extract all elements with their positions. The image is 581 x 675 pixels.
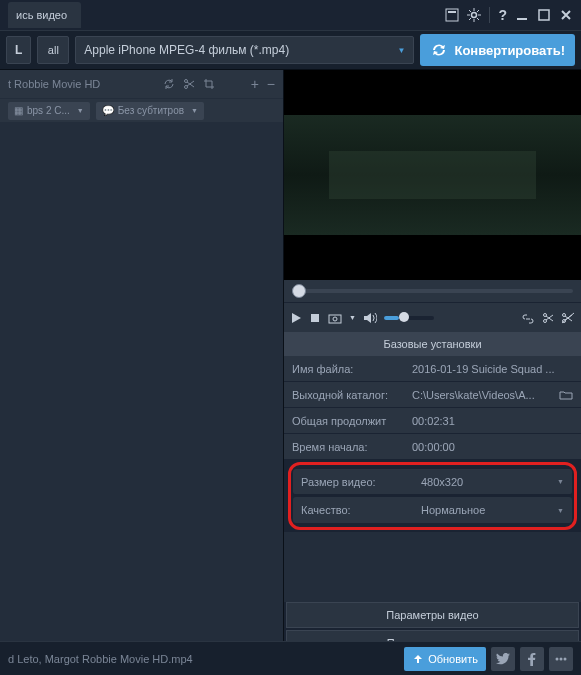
label-output-dir: Выходной каталог: xyxy=(284,389,404,401)
value-start-time[interactable]: 00:00:00 xyxy=(404,441,581,453)
refresh-icon[interactable] xyxy=(163,78,175,90)
svg-rect-7 xyxy=(311,314,319,322)
player-controls: ▼ xyxy=(284,302,581,332)
value-quality[interactable]: Нормальное xyxy=(413,504,572,516)
snapshot-icon[interactable] xyxy=(328,312,342,324)
label-start-time: Время начала: xyxy=(284,441,404,453)
add-icon[interactable]: + xyxy=(251,76,259,92)
value-output-dir[interactable]: C:\Users\kate\Videos\A... xyxy=(404,389,581,401)
svg-rect-4 xyxy=(539,10,549,20)
play-icon[interactable] xyxy=(290,312,302,324)
seek-bar[interactable] xyxy=(284,280,581,302)
maximize-icon[interactable] xyxy=(537,8,551,22)
video-codec-select[interactable]: ▦ bps 2 C... xyxy=(8,102,90,120)
svg-rect-1 xyxy=(448,11,456,13)
collapse-icon[interactable]: − xyxy=(267,76,275,92)
volume-slider[interactable] xyxy=(384,316,434,320)
subtitle-select[interactable]: 💬 Без субтитров xyxy=(96,102,204,120)
toolbar: L all Apple iPhone MPEG-4 фильм (*.mp4) … xyxy=(0,30,581,70)
folder-icon[interactable] xyxy=(559,390,573,400)
preset-all-button[interactable]: all xyxy=(37,36,69,64)
cut-icon[interactable] xyxy=(542,312,554,324)
snapshot-dropdown-icon[interactable]: ▼ xyxy=(349,314,356,321)
status-bar: d Leto, Margot Robbie Movie HD.mp4 Обнов… xyxy=(0,641,581,675)
output-format-select[interactable]: Apple iPhone MPEG-4 фильм (*.mp4) xyxy=(75,36,414,64)
preset-l[interactable]: L xyxy=(6,36,31,64)
no-cut-icon[interactable] xyxy=(561,312,575,324)
video-params-button[interactable]: Параметры видео xyxy=(286,602,579,628)
convert-button[interactable]: Конвертировать! xyxy=(420,34,575,66)
minimize-icon[interactable] xyxy=(515,8,529,22)
svg-point-16 xyxy=(564,657,567,660)
video-preview xyxy=(284,70,581,280)
highlight-annotation: Размер видео:480x320 Качество:Нормальное xyxy=(288,462,577,530)
label-filename: Имя файла: xyxy=(284,363,404,375)
close-icon[interactable] xyxy=(559,8,573,22)
svg-point-15 xyxy=(560,657,563,660)
titlebar: ись видео ? xyxy=(0,0,581,30)
svg-point-2 xyxy=(472,13,477,18)
file-tracks-row: ▦ bps 2 C... 💬 Без субтитров xyxy=(0,98,283,122)
label-duration: Общая продолжит xyxy=(284,415,404,427)
crop-icon[interactable] xyxy=(203,78,215,90)
label-quality: Качество: xyxy=(293,504,413,516)
svg-rect-0 xyxy=(446,9,458,21)
value-video-size[interactable]: 480x320 xyxy=(413,476,572,488)
value-filename[interactable]: 2016-01-19 Suicide Squad ... xyxy=(404,363,581,375)
preview-panel: ▼ Базовые установки Имя файла:2016-01-19… xyxy=(283,70,581,660)
stop-icon[interactable] xyxy=(309,312,321,324)
settings-header: Базовые установки xyxy=(284,332,581,356)
tab-video-capture[interactable]: ись видео xyxy=(8,2,81,28)
help-icon[interactable]: ? xyxy=(498,7,507,23)
svg-point-9 xyxy=(333,317,337,321)
file-name: t Robbie Movie HD xyxy=(8,78,100,90)
more-icon[interactable] xyxy=(549,647,573,671)
seek-thumb[interactable] xyxy=(292,284,306,298)
up-arrow-icon xyxy=(412,653,424,665)
file-list-panel: t Robbie Movie HD + − ▦ bps 2 C... 💬 Без… xyxy=(0,70,283,660)
twitter-icon[interactable] xyxy=(491,647,515,671)
svg-point-14 xyxy=(556,657,559,660)
svg-rect-8 xyxy=(329,315,341,323)
svg-rect-3 xyxy=(517,18,527,20)
theme-icon[interactable] xyxy=(445,8,459,22)
value-duration: 00:02:31 xyxy=(404,415,581,427)
status-text: d Leto, Margot Robbie Movie HD.mp4 xyxy=(8,653,193,665)
volume-icon[interactable] xyxy=(363,312,377,324)
label-video-size: Размер видео: xyxy=(293,476,413,488)
file-header: t Robbie Movie HD + − xyxy=(0,70,283,98)
link-icon[interactable] xyxy=(521,312,535,324)
facebook-icon[interactable] xyxy=(520,647,544,671)
scissors-icon[interactable] xyxy=(183,78,195,90)
refresh-button[interactable]: Обновить xyxy=(404,647,486,671)
refresh-icon xyxy=(430,42,448,58)
gear-icon[interactable] xyxy=(467,8,481,22)
